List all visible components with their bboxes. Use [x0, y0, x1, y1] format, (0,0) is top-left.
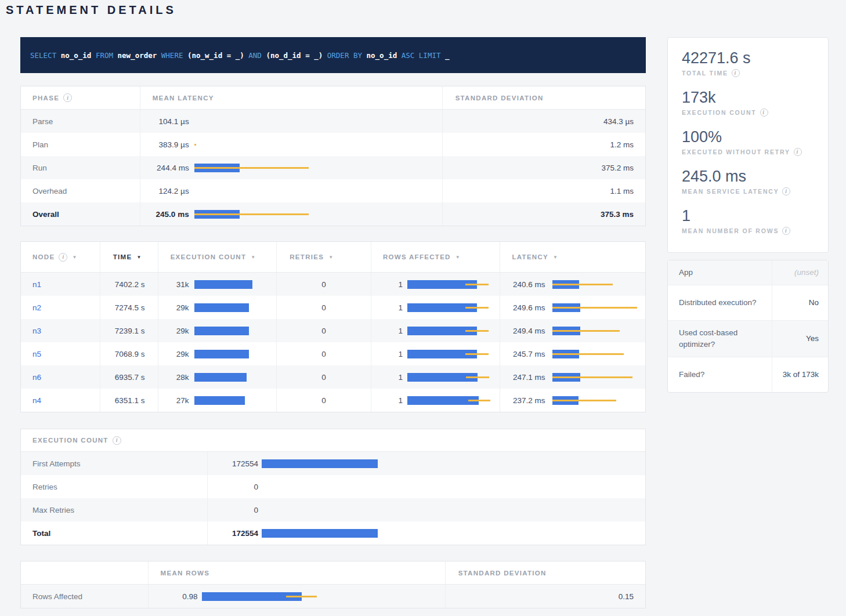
- phase-latency-table: PHASE i MEAN LATENCY STANDARD DEVIATION …: [20, 86, 646, 226]
- exec-row-value: 172554: [208, 529, 258, 538]
- sort-arrow-icon: ▼: [328, 255, 333, 260]
- phase-label: Plan: [32, 140, 48, 149]
- stddev-line: [552, 307, 637, 309]
- info-icon[interactable]: i: [63, 93, 72, 102]
- exec-row-label: Total: [32, 529, 50, 538]
- execution-count-row: Retries0: [21, 475, 645, 498]
- time-cell: 7239.1 s: [100, 319, 158, 342]
- sql-identifier: no_o_id: [56, 51, 91, 60]
- std-dev-cell: 434.3 µs: [443, 110, 645, 133]
- mean-latency-cell: 383.9 µs: [140, 133, 443, 156]
- latency-bar: [552, 396, 616, 405]
- stddev-line: [552, 330, 620, 332]
- latency-bar: [552, 327, 620, 335]
- node-link[interactable]: n5: [32, 350, 41, 358]
- rows-affected-bar: [407, 303, 489, 312]
- info-icon[interactable]: i: [113, 436, 121, 445]
- time-cell: 7068.9 s: [100, 342, 158, 365]
- property-value: (unset): [772, 260, 828, 285]
- col-header-retries[interactable]: RETRIES ▼: [277, 242, 371, 272]
- exec-count-bar: [262, 529, 378, 538]
- col-header-time[interactable]: TIME ▼: [100, 242, 158, 272]
- phase-name-cell: Overall: [21, 202, 140, 226]
- property-row: Used cost-based optimizer?Yes: [668, 321, 828, 357]
- execution-count-cell: 28k: [158, 365, 277, 389]
- rows-affected-bar: [407, 373, 489, 382]
- stddev-line: [552, 353, 624, 355]
- stddev-line: [552, 400, 616, 401]
- node-link[interactable]: n3: [32, 327, 41, 335]
- property-value: 3k of 173k: [772, 357, 828, 392]
- mean-bar: [262, 459, 378, 468]
- exec-row-value: 0: [208, 483, 258, 491]
- sql-identifier: (no_w_id = _): [183, 51, 244, 60]
- node-link[interactable]: n2: [32, 303, 41, 312]
- sql-identifier: new_order: [113, 51, 157, 60]
- rows-affected-cell: 1: [371, 319, 500, 342]
- info-icon[interactable]: i: [59, 253, 67, 262]
- stddev-line: [468, 400, 490, 401]
- info-icon[interactable]: i: [794, 148, 802, 156]
- phase-label: Overhead: [32, 187, 67, 195]
- std-dev-value: 375.2 ms: [601, 164, 634, 172]
- node-row: n66935.7 s28k01247.1 ms: [21, 365, 645, 389]
- stddev-line: [552, 376, 632, 378]
- property-label: Used cost-based optimizer?: [668, 321, 772, 357]
- node-link[interactable]: n6: [32, 373, 41, 382]
- phase-table-header: PHASE i MEAN LATENCY STANDARD DEVIATION: [21, 86, 645, 110]
- info-icon[interactable]: i: [782, 227, 790, 235]
- latency-cell: 237.2 ms: [500, 389, 646, 412]
- execution-count-value: 28k: [158, 373, 189, 382]
- col-header-rows-affected[interactable]: ROWS AFFECTED ▼: [371, 242, 500, 272]
- col-header-blank: [21, 561, 149, 584]
- execution-count-value: 29k: [158, 327, 189, 335]
- node-link[interactable]: n4: [32, 396, 41, 405]
- property-row: Distributed execution?No: [668, 285, 828, 321]
- mean-latency-value: 245.0 ms: [140, 210, 189, 219]
- col-header-mean-rows: MEAN ROWS: [149, 561, 446, 584]
- phase-name-cell: Overhead: [21, 179, 140, 202]
- sort-arrow-icon: ▼: [455, 255, 460, 260]
- info-icon[interactable]: i: [782, 187, 790, 195]
- statement-details-page: STATEMENT DETAILS SELECT no_o_id FROM ne…: [0, 0, 846, 616]
- col-header-standard-deviation: STANDARD DEVIATION: [443, 86, 645, 109]
- rows-affected-row: Rows Affected0.980.15: [21, 585, 645, 608]
- rows-affected-value: 1: [371, 396, 403, 405]
- col-header-phase: PHASE i: [21, 86, 140, 109]
- col-header-latency[interactable]: LATENCY ▼: [500, 242, 646, 272]
- latency-value: 249.6 ms: [500, 303, 545, 312]
- mean-bar: [194, 350, 249, 358]
- summary-stats-card: 42271.6 sTOTAL TIMEi173kEXECUTION COUNTi…: [667, 37, 829, 253]
- node-row: n27274.5 s29k01249.6 ms: [21, 296, 645, 319]
- execution-count-title: EXECUTION COUNT i: [21, 429, 208, 451]
- exec-row-label: First Attempts: [32, 459, 81, 468]
- time-value: 7239.1 s: [115, 327, 145, 335]
- mean-bar: [262, 529, 378, 538]
- sql-identifier: _: [440, 51, 449, 60]
- latency-cell: 245.7 ms: [500, 342, 646, 365]
- info-icon[interactable]: i: [732, 69, 740, 77]
- sort-arrow-icon: ▼: [251, 255, 255, 260]
- execution-count-cell: 29k: [158, 296, 277, 319]
- exec-label-cell: Max Retries: [21, 498, 208, 521]
- execution-count-row: First Attempts172554: [21, 452, 645, 475]
- info-icon[interactable]: i: [760, 108, 768, 117]
- rows-affected-bar: [407, 280, 489, 289]
- latency-value: 249.4 ms: [500, 327, 545, 335]
- col-header-execution-count[interactable]: EXECUTION COUNT ▼: [158, 242, 277, 272]
- stddev-line: [465, 353, 489, 355]
- rows-affected-value: 1: [371, 280, 403, 289]
- mean-bar: [194, 373, 247, 382]
- phase-row: Plan383.9 µs1.2 ms: [21, 133, 645, 156]
- stat-label: EXECUTED WITHOUT RETRYi: [682, 148, 814, 156]
- mean-latency-cell: 244.4 ms: [140, 156, 443, 179]
- latency-bar: [552, 350, 624, 358]
- summary-stat: 173kEXECUTION COUNTi: [682, 89, 814, 117]
- mean-latency-cell: 104.1 µs: [140, 110, 443, 133]
- execution-count-row: Total172554: [21, 521, 645, 545]
- property-value: Yes: [772, 321, 828, 357]
- node-link[interactable]: n1: [32, 280, 41, 289]
- std-dev-value: 1.2 ms: [610, 140, 634, 149]
- phase-label: Overall: [32, 210, 59, 219]
- col-header-node[interactable]: NODE i ▼: [21, 242, 100, 272]
